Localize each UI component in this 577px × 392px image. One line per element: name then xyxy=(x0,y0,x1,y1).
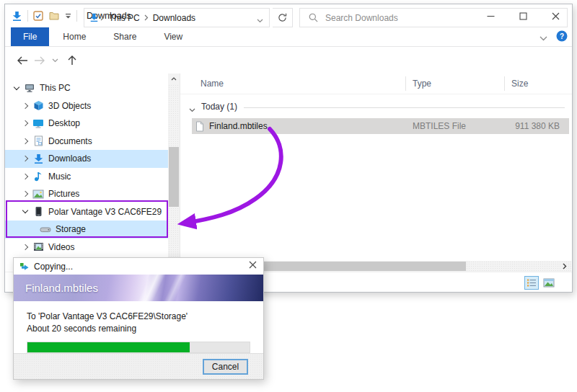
tab-file[interactable]: File xyxy=(11,27,49,46)
downloads-icon xyxy=(31,153,45,164)
chevron-down-icon[interactable] xyxy=(19,210,31,213)
content-area: This PC 3D Objects Desktop xyxy=(5,74,572,261)
recent-locations-chevron-icon[interactable] xyxy=(48,51,61,70)
sidebar-item-label: Documents xyxy=(48,136,92,146)
dialog-close-icon[interactable] xyxy=(249,261,257,269)
quick-access-toolbar xyxy=(33,11,71,21)
search-input[interactable] xyxy=(324,12,567,24)
videos-icon xyxy=(31,242,45,251)
storage-drive-icon xyxy=(38,226,53,233)
group-rule xyxy=(244,107,565,108)
dialog-banner: Finland.mbtiles xyxy=(14,275,263,301)
sidebar-item-label: Music xyxy=(48,172,71,182)
cancel-button[interactable]: Cancel xyxy=(203,359,248,375)
file-type: MBTILES File xyxy=(413,121,466,131)
toolbar-separator xyxy=(27,10,28,22)
sidebar-item-videos[interactable]: Videos xyxy=(5,239,168,257)
sidebar-scrollbar[interactable] xyxy=(168,74,180,261)
group-collapse-chevron-icon[interactable] xyxy=(189,104,195,115)
properties-icon[interactable] xyxy=(33,11,43,21)
progress-fill xyxy=(27,342,190,352)
sidebar-item-desktop[interactable]: Desktop xyxy=(5,115,168,133)
sidebar-item-this-pc[interactable]: This PC xyxy=(5,79,168,97)
large-icons-view-button[interactable] xyxy=(542,276,556,290)
dialog-body: To 'Polar Vantage V3 CAC6FE29\Storage' A… xyxy=(14,301,263,355)
expand-ribbon-chevron-icon[interactable] xyxy=(539,31,547,44)
file-row-finland-mbtiles[interactable]: Finland.mbtiles MBTILES File 911 380 KB xyxy=(192,118,569,134)
chevron-right-icon[interactable] xyxy=(19,139,31,143)
sidebar-item-downloads[interactable]: Downloads xyxy=(5,150,168,168)
pictures-icon xyxy=(31,190,45,199)
new-folder-icon[interactable] xyxy=(49,12,59,20)
breadcrumb-this-pc[interactable]: This PC xyxy=(106,13,143,23)
column-header-size[interactable]: Size xyxy=(511,79,528,89)
chevron-right-icon[interactable] xyxy=(19,104,31,108)
sidebar-item-label: Polar Vantage V3 CAC6FE29 xyxy=(48,207,162,217)
up-button[interactable] xyxy=(61,51,83,70)
address-bar[interactable]: This PC Downloads xyxy=(84,8,270,27)
file-name: Finland.mbtiles xyxy=(209,121,268,131)
portable-device-icon xyxy=(31,206,45,217)
breadcrumb-separator-icon xyxy=(99,14,106,21)
this-pc-icon xyxy=(22,83,37,93)
copy-progress-bar xyxy=(27,342,250,353)
dialog-time-remaining-text: About 20 seconds remaining xyxy=(27,323,250,335)
navigation-pane: This PC 3D Objects Desktop xyxy=(5,74,168,261)
dialog-filename: Finland.mbtiles xyxy=(25,282,98,294)
column-divider[interactable] xyxy=(504,76,505,91)
chevron-right-icon[interactable] xyxy=(19,245,31,249)
chevron-down-icon[interactable] xyxy=(11,87,22,89)
chevron-right-icon[interactable] xyxy=(19,156,31,161)
tab-share[interactable]: Share xyxy=(100,27,150,46)
downloads-app-icon xyxy=(12,11,22,22)
sidebar-item-label: Downloads xyxy=(48,153,91,164)
screen: Downloads File Home Share View xyxy=(0,0,577,392)
ribbon-tab-bar: File Home Share View xyxy=(5,27,572,47)
forward-button[interactable] xyxy=(31,51,48,70)
svg-text:?: ? xyxy=(560,32,564,40)
address-dropdown-chevron-icon[interactable] xyxy=(257,15,263,25)
scroll-right-icon[interactable] xyxy=(559,261,570,272)
location-download-icon xyxy=(89,13,99,22)
back-button[interactable] xyxy=(14,51,31,70)
chevron-right-icon[interactable] xyxy=(19,174,31,179)
chevron-right-icon[interactable] xyxy=(19,192,31,196)
sidebar-item-storage[interactable]: Storage xyxy=(5,220,168,239)
search-box[interactable] xyxy=(299,8,568,27)
music-icon xyxy=(31,171,45,182)
sidebar-item-polar-vantage[interactable]: Polar Vantage V3 CAC6FE29 xyxy=(5,203,168,221)
column-divider[interactable] xyxy=(405,76,406,91)
details-view-button[interactable] xyxy=(524,276,539,290)
dialog-title: Copying... xyxy=(34,262,73,272)
scroll-up-icon[interactable] xyxy=(168,74,180,84)
dialog-destination-text: To 'Polar Vantage V3 CAC6FE29\Storage' xyxy=(27,311,250,323)
chevron-right-icon[interactable] xyxy=(19,121,31,125)
group-header-today[interactable]: Today (1) xyxy=(180,101,572,115)
address-toolbar xyxy=(5,47,572,74)
toolbar-separator xyxy=(76,10,77,22)
sidebar-item-label: Desktop xyxy=(48,118,80,128)
customize-toolbar-chevron-icon[interactable] xyxy=(65,13,71,19)
file-size: 911 380 KB xyxy=(515,121,560,131)
file-icon xyxy=(195,121,204,132)
sidebar-item-pictures[interactable]: Pictures xyxy=(5,185,168,203)
tab-view[interactable]: View xyxy=(150,27,196,46)
column-header-type[interactable]: Type xyxy=(413,79,431,89)
dialog-title-bar: Copying... xyxy=(14,258,263,275)
help-icon[interactable]: ? xyxy=(556,30,568,45)
sidebar-item-documents[interactable]: Documents xyxy=(5,133,168,151)
tab-home[interactable]: Home xyxy=(49,27,100,46)
scrollbar-thumb[interactable] xyxy=(169,147,179,207)
column-header-name[interactable]: Name xyxy=(201,79,224,89)
refresh-button[interactable] xyxy=(273,8,293,27)
sidebar-item-label: Pictures xyxy=(48,189,79,199)
group-label: Today (1) xyxy=(201,102,237,112)
sidebar-item-label: Videos xyxy=(48,242,74,252)
column-headers: Name Type Size xyxy=(180,74,572,94)
search-icon xyxy=(309,13,318,22)
breadcrumb-downloads[interactable]: Downloads xyxy=(150,13,198,23)
breadcrumb-separator-icon xyxy=(143,14,150,21)
sidebar-item-music[interactable]: Music xyxy=(5,168,168,186)
documents-icon xyxy=(31,135,45,146)
sidebar-item-3d-objects[interactable]: 3D Objects xyxy=(5,97,168,115)
